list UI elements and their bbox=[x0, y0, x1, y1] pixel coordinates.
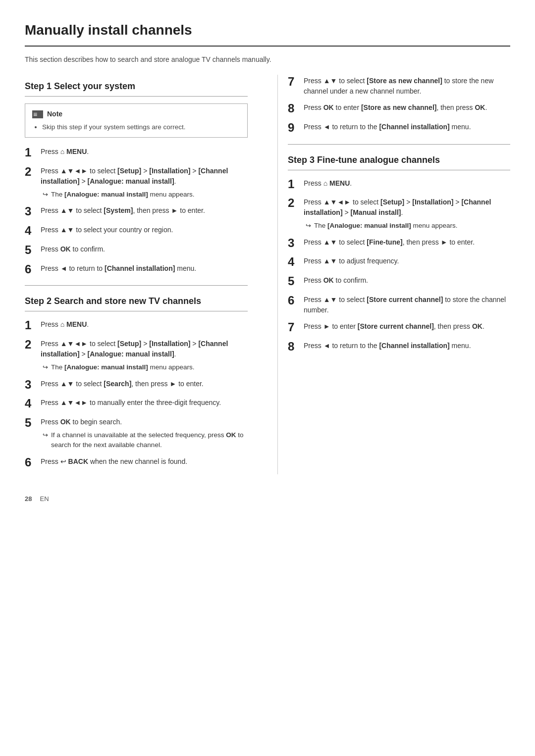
step1-list: 1 Press MENU. 2 Press ▲▼◄► to select [Se… bbox=[25, 146, 248, 276]
step-content: Press ▲▼ to select your country or regio… bbox=[41, 224, 248, 235]
step1-item-3: 3 Press ▲▼ to select [System], then pres… bbox=[25, 204, 248, 219]
sub-text: The [Analogue: manual install] menu appe… bbox=[51, 190, 195, 200]
step1-item-4: 4 Press ▲▼ to select your country or reg… bbox=[25, 224, 248, 238]
step-content: Press ▲▼ to adjust frequency. bbox=[304, 255, 510, 266]
step-number: 7 bbox=[288, 75, 299, 89]
step3-item-8: 8 Press ◄ to return to the [Channel inst… bbox=[288, 340, 510, 354]
step2-item-2: 2 Press ▲▼◄► to select [Setup] > [Instal… bbox=[25, 338, 248, 372]
step3-item-5: 5 Press OK to confirm. bbox=[288, 274, 510, 289]
step1-section: Step 1 Select your system Note Skip this… bbox=[25, 80, 248, 276]
step-number: 5 bbox=[25, 416, 36, 430]
step2-item-8: 8 Press OK to enter [Store as new channe… bbox=[288, 101, 510, 116]
arrow-sub: ↪ The [Analogue: manual install] menu ap… bbox=[306, 221, 510, 231]
arrow-char: ↪ bbox=[43, 190, 48, 200]
step3-item-1: 1 Press MENU. bbox=[288, 177, 510, 192]
step-content: Press OK to begin search. ↪ If a channel… bbox=[41, 416, 248, 451]
step-number: 9 bbox=[288, 121, 299, 135]
step1-item-5: 5 Press OK to confirm. bbox=[25, 243, 248, 257]
step-content: Press OK to confirm. bbox=[304, 274, 510, 286]
step-content: Press ▲▼◄► to manually enter the three-d… bbox=[41, 397, 248, 408]
arrow-char: ↪ bbox=[43, 430, 48, 440]
sub-text: The [Analogue: manual install] menu appe… bbox=[51, 362, 195, 372]
step2-item-4: 4 Press ▲▼◄► to manually enter the three… bbox=[25, 397, 248, 411]
step-content: Press ◄ to return to the [Channel instal… bbox=[304, 340, 510, 351]
step-content: Press ▲▼ to select [Search], then press … bbox=[41, 378, 248, 389]
step2-item-9: 9 Press ◄ to return to the [Channel inst… bbox=[288, 121, 510, 135]
arrow-sub: ↪ The [Analogue: manual install] menu ap… bbox=[43, 362, 248, 372]
step2-section: Step 2 Search and store new TV channels … bbox=[25, 295, 248, 469]
note-list: Skip this step if your system settings a… bbox=[32, 122, 240, 132]
step-content: Press ▲▼ to select [System], then press … bbox=[41, 204, 248, 216]
step3-list: 1 Press MENU. 2 Press ▲▼◄► to select [Se… bbox=[288, 177, 510, 354]
step-number: 3 bbox=[25, 378, 36, 392]
arrow-char: ↪ bbox=[306, 221, 311, 231]
section-divider bbox=[288, 144, 510, 145]
note-label: Note bbox=[47, 109, 62, 119]
step1-title: Step 1 Select your system bbox=[25, 80, 248, 97]
sub-text: If a channel is unavailable at the selec… bbox=[51, 430, 248, 451]
step-content: Press OK to enter [Store as new channel]… bbox=[304, 101, 510, 113]
step3-item-6: 6 Press ▲▼ to select [Store current chan… bbox=[288, 294, 510, 315]
step-content: Press ► to enter [Store current channel]… bbox=[304, 320, 510, 332]
note-header: Note bbox=[32, 109, 240, 119]
step-content: Press MENU. bbox=[41, 318, 248, 330]
arrow-sub: ↪ The [Analogue: manual install] menu ap… bbox=[43, 190, 248, 200]
step3-section: Step 3 Fine-tune analogue channels 1 Pre… bbox=[288, 153, 510, 354]
page-title: Manually install channels bbox=[25, 20, 510, 47]
step2-item-6: 6 Press BACK when the new channel is fou… bbox=[25, 455, 248, 470]
step-number: 3 bbox=[288, 236, 299, 251]
sub-text: The [Analogue: manual install] menu appe… bbox=[314, 221, 458, 231]
step3-title: Step 3 Fine-tune analogue channels bbox=[288, 153, 510, 170]
step2-item-1: 1 Press MENU. bbox=[25, 318, 248, 333]
step2-continued-list: 7 Press ▲▼ to select [Store as new chann… bbox=[288, 75, 510, 135]
step-number: 6 bbox=[288, 294, 299, 308]
step-content: Press MENU. bbox=[304, 177, 510, 189]
note-box: Note Skip this step if your system setti… bbox=[25, 103, 248, 138]
step-number: 6 bbox=[25, 262, 36, 277]
step-content: Press ◄ to return to the [Channel instal… bbox=[304, 121, 510, 132]
step-content: Press ▲▼ to select [Store current channe… bbox=[304, 294, 510, 315]
arrow-sub: ↪ If a channel is unavailable at the sel… bbox=[43, 430, 248, 451]
step-number: 3 bbox=[25, 204, 36, 219]
left-column: Step 1 Select your system Note Skip this… bbox=[25, 75, 258, 474]
step-number: 2 bbox=[25, 338, 36, 352]
step-number: 4 bbox=[25, 397, 36, 411]
step-number: 1 bbox=[25, 318, 36, 333]
step2-list: 1 Press MENU. 2 Press ▲▼◄► to select [Se… bbox=[25, 318, 248, 469]
step-content: Press MENU. bbox=[41, 146, 248, 157]
step-number: 7 bbox=[288, 320, 299, 335]
home-icon bbox=[323, 179, 327, 187]
step-content: Press ◄ to return to [Channel installati… bbox=[41, 262, 248, 274]
note-item: Skip this step if your system settings a… bbox=[42, 122, 240, 132]
step3-item-4: 4 Press ▲▼ to adjust frequency. bbox=[288, 255, 510, 269]
intro-text: This section describes how to search and… bbox=[25, 54, 510, 65]
step3-item-3: 3 Press ▲▼ to select [Fine-tune], then p… bbox=[288, 236, 510, 251]
step-content: Press BACK when the new channel is found… bbox=[41, 455, 248, 467]
step3-item-2: 2 Press ▲▼◄► to select [Setup] > [Instal… bbox=[288, 196, 510, 231]
step2-continued-section: 7 Press ▲▼ to select [Store as new chann… bbox=[288, 75, 510, 135]
step-number: 1 bbox=[288, 177, 299, 192]
step-number: 8 bbox=[288, 340, 299, 354]
step-number: 2 bbox=[288, 196, 299, 210]
page-footer: 28 EN bbox=[25, 494, 510, 504]
step-content: Press ▲▼◄► to select [Setup] > [Installa… bbox=[304, 196, 510, 231]
step-number: 6 bbox=[25, 455, 36, 470]
step1-item-2: 2 Press ▲▼◄► to select [Setup] > [Instal… bbox=[25, 165, 248, 200]
step3-item-7: 7 Press ► to enter [Store current channe… bbox=[288, 320, 510, 335]
step-number: 8 bbox=[288, 101, 299, 116]
step-content: Press ▲▼ to select [Store as new channel… bbox=[304, 75, 510, 97]
home-icon bbox=[60, 320, 64, 328]
section-divider bbox=[25, 285, 248, 286]
step2-title: Step 2 Search and store new TV channels bbox=[25, 295, 248, 311]
step2-item-3: 3 Press ▲▼ to select [Search], then pres… bbox=[25, 378, 248, 392]
step2-item-7: 7 Press ▲▼ to select [Store as new chann… bbox=[288, 75, 510, 97]
back-icon bbox=[60, 457, 66, 465]
home-icon bbox=[60, 148, 64, 155]
step-number: 5 bbox=[25, 243, 36, 257]
step1-item-1: 1 Press MENU. bbox=[25, 146, 248, 160]
step-number: 5 bbox=[288, 274, 299, 289]
step-content: Press ▲▼◄► to select [Setup] > [Installa… bbox=[41, 338, 248, 372]
note-icon bbox=[32, 110, 43, 118]
step-number: 1 bbox=[25, 146, 36, 160]
step2-item-5: 5 Press OK to begin search. ↪ If a chann… bbox=[25, 416, 248, 451]
